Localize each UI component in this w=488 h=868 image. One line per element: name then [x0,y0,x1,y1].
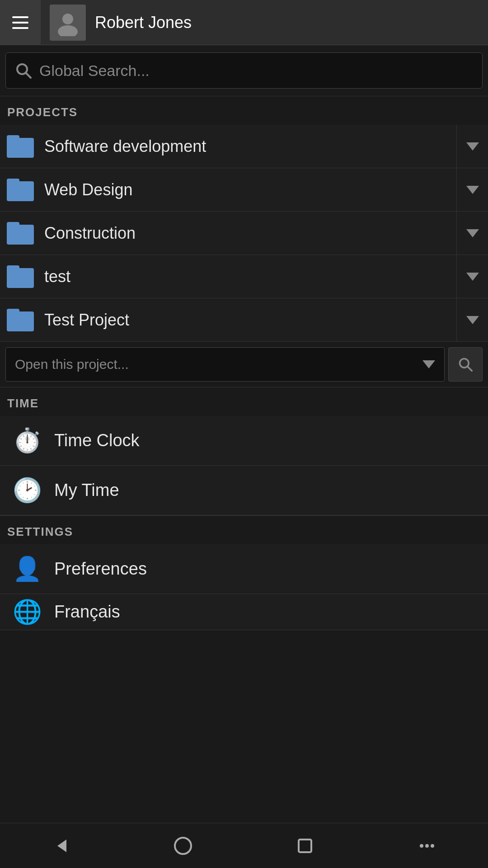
chevron-down-icon [466,186,479,194]
projects-section-header: PROJECTS [0,96,488,125]
svg-point-1 [58,25,78,36]
folder-icon-wrap [0,265,41,288]
nav-bar [0,823,488,868]
svg-point-0 [62,14,73,24]
preferences-icon: 👤 [13,555,42,583]
user-profile-area: Robert Jones [41,5,192,41]
time-section-header: TIME [0,387,488,416]
svg-marker-6 [57,840,66,852]
folder-icon-wrap [0,135,41,158]
project-name: Software development [41,137,456,156]
nav-recents-button[interactable] [278,828,332,864]
svg-point-11 [431,844,434,848]
my-time-icon: 🕑 [13,476,42,504]
time-clock-icon-wrap: ⏱️ [9,427,45,454]
my-time-icon-wrap: 🕑 [9,476,45,504]
folder-icon [7,135,34,158]
folder-icon-wrap [0,179,41,201]
project-dropdown-button[interactable] [456,212,488,255]
folder-icon [7,222,34,245]
menu-button[interactable] [0,0,41,45]
more-icon [417,836,437,856]
open-project-chevron-icon [422,360,435,368]
project-name: Construction [41,224,456,243]
project-name: Web Design [41,180,456,199]
search-input[interactable] [39,62,473,80]
folder-icon-wrap [0,222,41,245]
francais-label: Français [54,602,120,622]
francais-row[interactable]: 🌐 Français [0,594,488,630]
chevron-down-icon [466,142,479,151]
project-dropdown-button[interactable] [456,298,488,342]
folder-icon-wrap [0,309,41,331]
avatar-icon [54,9,81,36]
open-project-select[interactable]: Open this project... [5,347,445,382]
header: Robert Jones [0,0,488,45]
svg-line-5 [467,366,472,371]
nav-more-button[interactable] [400,828,454,864]
francais-icon: 🌐 [13,598,42,626]
time-clock-label: Time Clock [54,431,140,450]
project-row[interactable]: test [0,255,488,298]
svg-line-3 [26,73,31,78]
project-row[interactable]: Construction [0,212,488,255]
nav-home-button[interactable] [156,828,210,864]
chevron-down-icon [466,273,479,281]
home-icon [173,836,193,856]
user-name: Robert Jones [95,13,192,32]
hamburger-icon [12,16,28,29]
open-project-search-button[interactable] [448,347,483,382]
time-clock-row[interactable]: ⏱️ Time Clock [0,416,488,466]
open-project-row: Open this project... [5,347,483,382]
project-row[interactable]: Software development [0,125,488,168]
preferences-icon-wrap: 👤 [9,555,45,583]
my-time-row[interactable]: 🕑 My Time [0,466,488,515]
settings-section-header: SETTINGS [0,515,488,544]
preferences-label: Preferences [54,559,147,579]
recents-icon [295,836,315,856]
folder-icon [7,179,34,201]
svg-point-7 [175,838,191,854]
search-icon [15,62,32,79]
avatar [50,5,86,41]
project-name: test [41,267,456,286]
svg-point-9 [420,844,423,848]
svg-point-10 [425,844,429,848]
search-icon [458,357,473,372]
my-time-label: My Time [54,481,119,500]
project-dropdown-button[interactable] [456,168,488,212]
project-name: Test Project [41,311,456,330]
time-clock-icon: ⏱️ [13,427,42,454]
folder-icon [7,309,34,331]
project-row[interactable]: Web Design [0,168,488,212]
back-icon [51,836,71,856]
chevron-down-icon [466,316,479,324]
project-dropdown-button[interactable] [456,125,488,168]
project-row[interactable]: Test Project [0,298,488,342]
open-project-text: Open this project... [15,357,422,372]
francais-icon-wrap: 🌐 [9,598,45,626]
search-svg-icon [15,62,32,79]
preferences-row[interactable]: 👤 Preferences [0,544,488,594]
folder-icon [7,265,34,288]
nav-back-button[interactable] [34,828,88,864]
project-dropdown-button[interactable] [456,255,488,298]
search-container [5,52,483,89]
chevron-down-icon [466,229,479,237]
svg-rect-8 [299,840,311,852]
